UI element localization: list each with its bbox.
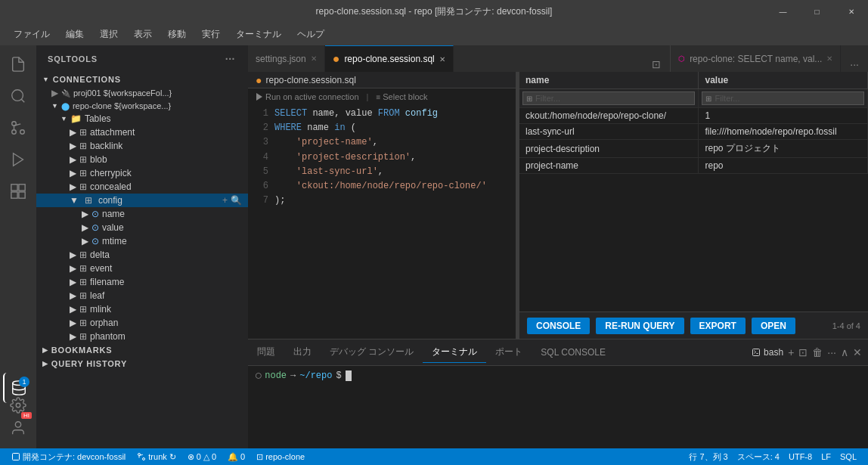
- sidebar-content: ▼ CONNECTIONS ▶ 🔌 proj001 ${workspaceFol…: [36, 73, 248, 448]
- tab-settings-close[interactable]: ✕: [311, 54, 317, 63]
- branch-status[interactable]: trunk ↻: [133, 452, 179, 462]
- files-icon[interactable]: [3, 49, 33, 79]
- rerun-button[interactable]: RE-RUN QUERY: [596, 318, 684, 334]
- add-terminal-button[interactable]: +: [788, 346, 794, 358]
- panel-tab-debug[interactable]: デバッグ コンソール: [321, 342, 423, 363]
- chevron-icon: ▶: [82, 209, 88, 219]
- connection-repo-clone[interactable]: ▼ ⬤ repo-clone ${workspace...}: [36, 100, 248, 112]
- value-filter-input[interactable]: ⊞ Filter...: [702, 91, 864, 105]
- bash-label: bash: [752, 347, 783, 358]
- menu-view[interactable]: 表示: [128, 26, 158, 43]
- close-button[interactable]: ✕: [834, 0, 868, 23]
- sidebar: SQLTOOLS ··· ▼ CONNECTIONS ▶ 🔌 proj001 $…: [36, 45, 248, 448]
- table-filename[interactable]: ▶ ⊞ filename: [36, 275, 248, 289]
- info-status[interactable]: 🔔 0: [224, 452, 249, 462]
- table-mlink[interactable]: ▶ ⊞ mlink: [36, 302, 248, 316]
- table-cherrypick[interactable]: ▶ ⊞ cherrypick: [36, 166, 248, 180]
- table-row[interactable]: ckout:/home/node/repo/repo-clone/ 1: [519, 108, 868, 124]
- table-delta[interactable]: ▶ ⊞ delta: [36, 248, 248, 262]
- search-icon[interactable]: [3, 81, 33, 111]
- menu-edit[interactable]: 編集: [60, 26, 90, 43]
- code-editor[interactable]: 1 2 3 4 5 6 7 SELECT name, value FROM co…: [248, 105, 516, 339]
- table-phantom[interactable]: ▶ ⊞ phantom: [36, 330, 248, 343]
- repo-icon: ⬤: [61, 102, 70, 110]
- console-button[interactable]: CONSOLE: [527, 318, 590, 334]
- panel-tab-sql-console[interactable]: SQL CONSOLE: [532, 343, 615, 362]
- export-button[interactable]: EXPORT: [690, 318, 746, 334]
- run-query-button[interactable]: Run on active connection: [256, 92, 359, 101]
- svg-line-1: [21, 99, 24, 102]
- table-backlink[interactable]: ▶ ⊞ backlink: [36, 139, 248, 153]
- table-row[interactable]: project-description repo プロジェクト: [519, 140, 868, 158]
- line-col-status[interactable]: 行 7、列 3: [685, 451, 731, 463]
- table-blob[interactable]: ▶ ⊞ blob: [36, 153, 248, 166]
- panel-tab-problems[interactable]: 問題: [248, 342, 284, 363]
- tab-results[interactable]: ⬡ repo-clone: SELECT name, val... ✕: [670, 45, 841, 72]
- open-button[interactable]: OPEN: [752, 318, 795, 334]
- table-attachment[interactable]: ▶ ⊞ attachment: [36, 126, 248, 139]
- errors-status[interactable]: ⊗ 0 △ 0: [184, 452, 220, 462]
- tab-results-close[interactable]: ✕: [826, 54, 832, 63]
- terminal-more-button[interactable]: ···: [827, 346, 836, 358]
- svg-point-4: [12, 130, 17, 135]
- table-event[interactable]: ▶ ⊞ event: [36, 262, 248, 275]
- panel-close-button[interactable]: ✕: [853, 346, 862, 358]
- dev-container-status[interactable]: 開発コンテナ: devcon-fossil: [8, 451, 129, 463]
- table-symbol: ⊞: [79, 154, 87, 165]
- tab-repo-clone-label: repo-clone.session.sql: [344, 54, 434, 64]
- name-filter-input[interactable]: ⊞ Filter...: [522, 91, 695, 105]
- panel-tab-ports[interactable]: ポート: [486, 342, 532, 363]
- source-control-icon[interactable]: [3, 113, 33, 143]
- tab-repo-clone-close[interactable]: ✕: [439, 55, 445, 64]
- col-value[interactable]: ▶ ⊙ value: [36, 221, 248, 234]
- run-debug-icon[interactable]: [3, 144, 33, 175]
- terminal-split-button[interactable]: ⊡: [798, 346, 808, 358]
- menu-go[interactable]: 移動: [162, 26, 192, 43]
- connections-section-header[interactable]: ▼ CONNECTIONS: [36, 73, 248, 86]
- extensions-icon[interactable]: [3, 176, 33, 206]
- table-concealed[interactable]: ▶ ⊞ concealed: [36, 180, 248, 194]
- connection-proj001[interactable]: ▶ 🔌 proj001 ${workspaceFol...}: [36, 86, 248, 100]
- language-status[interactable]: SQL: [836, 452, 860, 461]
- tab-settings-json[interactable]: settings.json ✕: [248, 45, 325, 72]
- terminal-trash-button[interactable]: 🗑: [812, 346, 823, 358]
- minimize-button[interactable]: —: [766, 0, 800, 23]
- line-ending-status[interactable]: LF: [817, 452, 835, 461]
- code-content[interactable]: SELECT name, value FROM config WHERE nam…: [274, 105, 516, 339]
- panel-tab-output[interactable]: 出力: [284, 342, 321, 363]
- bookmarks-section[interactable]: ▶ BOOKMARKS: [36, 343, 248, 357]
- tables-chevron: ▼: [60, 115, 67, 122]
- table-leaf[interactable]: ▶ ⊞ leaf: [36, 289, 248, 302]
- menu-file[interactable]: ファイル: [8, 26, 56, 43]
- panel-tab-terminal[interactable]: ターミナル: [423, 342, 486, 363]
- search-config-button[interactable]: 🔍: [231, 195, 242, 206]
- split-editor-button[interactable]: ⊡: [649, 57, 664, 72]
- terminal-content[interactable]: ◯ node → ~/repo $: [248, 366, 868, 448]
- query-history-section[interactable]: ▶ QUERY HISTORY: [36, 357, 248, 370]
- menu-select[interactable]: 選択: [94, 26, 124, 43]
- table-config[interactable]: ▼ ⊞ config + 🔍: [36, 194, 248, 207]
- spaces-status[interactable]: スペース: 4: [733, 451, 783, 463]
- accounts-icon[interactable]: [3, 413, 33, 443]
- col-name[interactable]: ▶ ⊙ name: [36, 207, 248, 221]
- encoding-status[interactable]: UTF-8: [785, 452, 816, 461]
- select-block-button[interactable]: ≡ Select block: [376, 92, 427, 101]
- table-orphan[interactable]: ▶ ⊞ orphan: [36, 316, 248, 330]
- table-row[interactable]: project-name repo: [519, 158, 868, 174]
- table-symbol: ⊞: [79, 168, 87, 178]
- menu-help[interactable]: ヘルプ: [291, 26, 330, 43]
- tables-folder[interactable]: ▼ 📁 Tables: [36, 112, 248, 126]
- more-actions-button[interactable]: ···: [847, 57, 862, 72]
- add-config-button[interactable]: +: [222, 195, 228, 206]
- col-icon: ⊙: [91, 209, 99, 219]
- tab-repo-clone-sql[interactable]: ● repo-clone.session.sql ✕: [325, 45, 454, 72]
- repo-status[interactable]: ⊡ repo-clone: [253, 452, 308, 462]
- menu-terminal[interactable]: ターミナル: [230, 26, 287, 43]
- menu-run[interactable]: 実行: [196, 26, 226, 43]
- col-mtime[interactable]: ▶ ⊙ mtime: [36, 234, 248, 248]
- maximize-button[interactable]: □: [800, 0, 834, 23]
- sidebar-more-button[interactable]: ···: [224, 51, 237, 67]
- table-row[interactable]: last-sync-url file:///home/node/repo/rep…: [519, 124, 868, 140]
- panel-up-button[interactable]: ∧: [841, 346, 848, 358]
- results-pane: name value ⊞ Filter...: [519, 72, 868, 339]
